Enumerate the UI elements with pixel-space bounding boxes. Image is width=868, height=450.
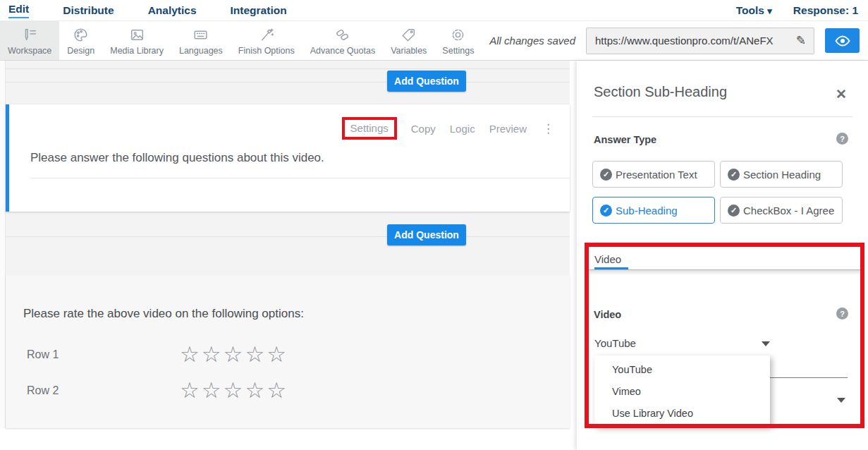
tools-menu[interactable]: Tools ▾ [736, 4, 772, 17]
tab-shadow [585, 270, 864, 275]
question-copy-button[interactable]: Copy [411, 123, 436, 135]
dropdown-option-library-video[interactable]: Use Library Video [594, 403, 770, 425]
star-icon[interactable]: ☆ [267, 380, 286, 401]
toolbar-item-languages[interactable]: Languages [171, 21, 231, 60]
toolbar-item-workspace[interactable]: Workspace [0, 21, 59, 60]
star-icon[interactable]: ☆ [202, 344, 221, 365]
toolbar-item-advance-quotas[interactable]: Advance Quotas [302, 21, 383, 60]
star-icon[interactable]: ☆ [224, 380, 243, 401]
add-question-button-top[interactable]: Add Question [387, 71, 466, 92]
dropdown-arrow-icon[interactable] [762, 341, 770, 346]
response-count[interactable]: Response: 1 [793, 4, 858, 17]
rating-row-1: Row 1 ☆ ☆ ☆ ☆ ☆ [6, 342, 570, 367]
row-label: Row 2 [27, 384, 59, 397]
answer-type-presentation-text[interactable]: ✓ Presentation Text [592, 161, 715, 188]
option-label: Section Heading [743, 169, 821, 181]
divider [6, 236, 570, 237]
toolbar-label: Design [67, 46, 94, 56]
links-icon [334, 26, 351, 44]
star-icon[interactable]: ☆ [202, 380, 221, 401]
dropdown-option-vimeo[interactable]: Vimeo [594, 381, 770, 403]
check-circle-icon: ✓ [600, 169, 612, 181]
more-options-icon[interactable]: ⋮ [542, 121, 554, 136]
star-icon[interactable]: ☆ [245, 380, 264, 401]
star-rating: ☆ ☆ ☆ ☆ ☆ [180, 344, 286, 365]
star-icon[interactable]: ☆ [245, 344, 264, 365]
editor-toolbar: Workspace Design Media Library Languages… [0, 21, 868, 61]
question1-text: Please answer the following questions ab… [30, 151, 324, 165]
toolbar-item-finish-options[interactable]: Finish Options [231, 21, 302, 60]
toolbar-label: Settings [442, 46, 474, 56]
row-label: Row 1 [27, 348, 59, 361]
video-url-input [770, 377, 848, 378]
top-nav: Edit Distribute Analytics Integration To… [0, 0, 868, 21]
save-status: All changes saved [489, 35, 575, 47]
nav-tab-analytics[interactable]: Analytics [148, 4, 197, 17]
palette-icon [72, 26, 90, 44]
video-label: Video [594, 309, 621, 320]
divider [592, 116, 852, 117]
nav-tab-integration[interactable]: Integration [231, 4, 287, 17]
option-label: CheckBox - I Agree [743, 205, 834, 217]
edit-url-icon[interactable]: ✎ [788, 33, 814, 48]
toolbar-label: Advance Quotas [310, 46, 375, 56]
question-settings-panel: Section Sub-Heading ✕ Answer Type ? ✓ Pr… [577, 61, 868, 450]
close-icon[interactable]: ✕ [836, 86, 847, 102]
check-circle-icon: ✓ [728, 205, 740, 217]
toolbar-item-settings[interactable]: Settings [434, 21, 482, 60]
video-source-dropdown: YouTube Vimeo Use Library Video [594, 355, 770, 427]
image-icon [128, 26, 146, 44]
answer-type-section-heading[interactable]: ✓ Section Heading [720, 161, 843, 188]
canvas-gutter [0, 61, 6, 428]
option-label: Presentation Text [616, 169, 697, 181]
wand-icon [257, 26, 275, 44]
check-circle-icon: ✓ [728, 169, 740, 181]
divider [6, 68, 570, 69]
toolbar-item-media-library[interactable]: Media Library [102, 21, 171, 60]
star-icon[interactable]: ☆ [224, 344, 243, 365]
workspace-icon [21, 26, 39, 44]
dropdown-option-youtube[interactable]: YouTube [594, 359, 770, 381]
rating-row-2: Row 2 ☆ ☆ ☆ ☆ ☆ [6, 378, 570, 403]
nav-tab-distribute[interactable]: Distribute [63, 4, 114, 17]
highlight-box-settings: Settings [342, 117, 397, 140]
question-card-rating[interactable]: Please rate the above video on the follo… [6, 275, 570, 428]
gear-icon [449, 26, 467, 44]
chevron-down-icon: ▾ [767, 6, 772, 16]
star-icon[interactable]: ☆ [267, 344, 286, 365]
nav-tab-edit[interactable]: Edit [8, 3, 29, 18]
answer-type-sub-heading[interactable]: ✓ Sub-Heading [592, 197, 715, 224]
help-icon[interactable]: ? [836, 308, 848, 320]
add-question-button-middle[interactable]: Add Question [387, 224, 466, 245]
tools-label: Tools [736, 4, 764, 16]
tag-icon [400, 26, 417, 44]
question-action-row: Settings Copy Logic Preview ⋮ [342, 117, 554, 140]
tab-video[interactable]: Video [594, 253, 621, 265]
toolbar-item-variables[interactable]: Variables [383, 21, 434, 60]
survey-canvas: Add Question Settings Copy Logic Preview… [0, 61, 570, 428]
question-settings-button[interactable]: Settings [350, 122, 389, 134]
star-icon[interactable]: ☆ [180, 344, 200, 365]
help-icon[interactable]: ? [836, 133, 848, 145]
preview-survey-button[interactable] [825, 28, 860, 53]
dropdown-arrow-icon[interactable] [837, 398, 845, 403]
toolbar-label: Languages [179, 46, 223, 56]
divider [30, 178, 570, 178]
toolbar-label: Variables [391, 46, 427, 56]
star-rating: ☆ ☆ ☆ ☆ ☆ [180, 380, 286, 401]
question-card-subheading[interactable]: Settings Copy Logic Preview ⋮ Please ans… [6, 104, 570, 212]
video-source-select[interactable]: YouTube [594, 337, 636, 349]
survey-url-field[interactable]: https://www.questionpro.com/t/ANeFX ✎ [586, 28, 814, 54]
question-preview-button[interactable]: Preview [489, 123, 527, 135]
answer-type-checkbox-agree[interactable]: ✓ CheckBox - I Agree [720, 197, 843, 224]
toolbar-item-design[interactable]: Design [59, 21, 102, 60]
eye-icon [834, 35, 851, 47]
panel-title: Section Sub-Heading [594, 84, 727, 100]
toolbar-label: Finish Options [238, 46, 295, 56]
question2-text: Please rate the above video on the follo… [23, 307, 304, 321]
question-logic-button[interactable]: Logic [450, 123, 475, 135]
divider [6, 82, 570, 83]
answer-type-label: Answer Type [594, 134, 656, 145]
star-icon[interactable]: ☆ [180, 380, 200, 401]
keyboard-icon [192, 26, 209, 44]
